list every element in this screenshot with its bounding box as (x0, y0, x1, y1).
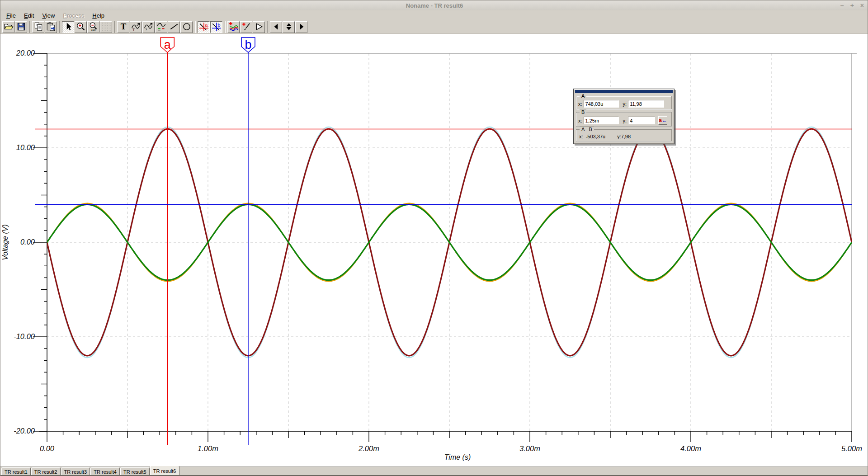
jump-a-glyph: a (659, 117, 662, 123)
y-axis-title: Voltage (V) (1, 224, 9, 260)
cursor-b-group: B x: y: a← (576, 112, 672, 127)
cursor-a-y-label: y: (623, 101, 627, 107)
tab-label: TR result2 (34, 469, 57, 475)
svg-text:b: b (217, 22, 220, 28)
copy-icon (33, 22, 43, 33)
x-tick-label: 2.00m (358, 444, 379, 452)
plot-area: 0.001.00m2.00m3.00m4.00m5.00m20.0010.000… (0, 34, 868, 467)
cursor-b-x-label: x: (578, 118, 582, 123)
toolbar-zoom-out-button[interactable]: 100 (87, 21, 99, 33)
toolbar-zoom-in-button[interactable] (75, 21, 87, 33)
svg-text:?: ? (145, 27, 147, 31)
toolbar-line-button[interactable] (168, 21, 180, 33)
legend-icon (156, 22, 166, 33)
jump-arrow-icon: ← (662, 117, 667, 123)
nav-right-icon (297, 22, 307, 33)
tab-label: TR result6 (153, 468, 176, 474)
x-axis-title: Time (s) (444, 453, 471, 461)
cursor-a-x-input[interactable] (584, 100, 619, 108)
x-tick-label: 4.00m (680, 444, 701, 452)
toolbar-copy-button[interactable] (32, 21, 44, 33)
toolbar-nav-left-button[interactable] (270, 21, 282, 33)
export-icon (254, 22, 264, 33)
cursor-ab-x-value: -503,37u (586, 134, 605, 139)
toolbar-export-button[interactable] (253, 21, 265, 33)
tab-label: TR result5 (123, 469, 146, 475)
menu-edit[interactable]: Edit (20, 11, 38, 20)
x-tick-label: 1.00m (198, 444, 218, 452)
toolbar-separator (267, 21, 268, 33)
cursor-b-y-input[interactable] (628, 117, 655, 124)
cursor-a-y-input[interactable] (628, 100, 664, 108)
toolbar-probe-button[interactable] (240, 21, 252, 33)
toolbar-separator (195, 21, 196, 33)
toolbar-curve-query-button[interactable]: ? (142, 21, 155, 33)
toolbar-separator (59, 21, 60, 33)
y-tick-label: -10.00 (14, 332, 35, 340)
cursor-ab-y-value: 7,98 (621, 134, 631, 139)
toolbar-legend-button[interactable] (155, 21, 167, 33)
cursor-readout-panel[interactable]: A x: y: B x: y: a← A - B (573, 89, 675, 144)
toolbar-nav-spinner-button[interactable] (283, 21, 295, 33)
tab-label: TR result1 (5, 469, 28, 475)
toolbar-pointer-button[interactable] (62, 21, 74, 33)
save-icon (16, 22, 26, 33)
cursor-b-flag-label: b (245, 38, 251, 52)
cursor-ab-group-label: A - B (580, 127, 594, 132)
svg-text:100: 100 (91, 28, 96, 31)
maximize-icon[interactable]: + (850, 0, 854, 10)
toolbar-save-button[interactable] (15, 21, 27, 33)
y-tick-label: 20.00 (16, 49, 35, 57)
window-title: Noname - TR result6 (406, 2, 463, 9)
jump-to-cursor-a-button[interactable]: a← (658, 116, 667, 125)
close-icon[interactable]: × (860, 0, 864, 10)
cursor-ab-x-label: x: (579, 134, 583, 139)
toolbar-open-button[interactable] (2, 21, 14, 33)
app-window: Noname - TR result6 – + × FileEditViewPr… (0, 0, 868, 476)
nav-left-icon (271, 22, 281, 33)
tab-tr-result1[interactable]: TR result1 (1, 467, 31, 475)
text-icon: T (118, 22, 128, 33)
menu-file[interactable]: File (2, 11, 20, 20)
tab-tr-result4[interactable]: TR result4 (90, 467, 120, 475)
y-tick-label: 0.00 (20, 238, 35, 246)
toolbar-curve-label-button[interactable]: T (130, 21, 142, 33)
cursor-b-group-label: B (580, 109, 586, 115)
minimize-icon[interactable]: – (840, 0, 844, 10)
waveform-plot: 0.001.00m2.00m3.00m4.00m5.00m20.0010.000… (0, 34, 868, 467)
tab-tr-result3[interactable]: TR result3 (61, 467, 90, 475)
tab-tr-result5[interactable]: TR result5 (120, 467, 150, 475)
toolbar-nav-right-button[interactable] (295, 21, 307, 33)
x-tick-label: 3.00m (519, 444, 540, 452)
tab-tr-result2[interactable]: TR result2 (31, 467, 61, 475)
menu-bar: FileEditViewProcessHelp (0, 10, 868, 20)
toolbar-paste-button[interactable] (45, 21, 57, 33)
menu-help[interactable]: Help (88, 11, 108, 20)
toolbar-separator (29, 21, 30, 33)
line-icon (169, 22, 179, 33)
x-tick-label: 5.00m (841, 444, 862, 452)
toolbar-ellipse-button[interactable] (180, 21, 193, 33)
cursor-panel-titlebar[interactable] (575, 90, 673, 93)
probe-icon (241, 22, 251, 33)
cursor-b-icon: b (212, 22, 222, 33)
add-curves-icon (229, 22, 239, 33)
svg-text:T: T (132, 28, 135, 31)
tab-label: TR result3 (64, 469, 87, 475)
toolbar: 100TT?ab (0, 20, 868, 34)
svg-text:a: a (205, 22, 208, 28)
open-icon (4, 22, 14, 33)
ellipse-icon (182, 22, 192, 33)
nav-spinner-icon (284, 22, 294, 33)
toolbar-separator (114, 21, 115, 33)
cursor-b-x-input[interactable] (584, 117, 619, 124)
svg-text:T: T (120, 22, 126, 31)
menu-process: Process (59, 11, 88, 20)
toolbar-cursor-b-button[interactable]: b (210, 21, 222, 33)
menu-view[interactable]: View (38, 11, 59, 20)
cursor-ab-y-label: y: (617, 134, 621, 139)
toolbar-cursor-a-button[interactable]: a (198, 21, 210, 33)
toolbar-add-curves-button[interactable] (227, 21, 240, 33)
tab-tr-result6[interactable]: TR result6 (150, 466, 179, 475)
toolbar-text-button[interactable]: T (117, 21, 129, 33)
